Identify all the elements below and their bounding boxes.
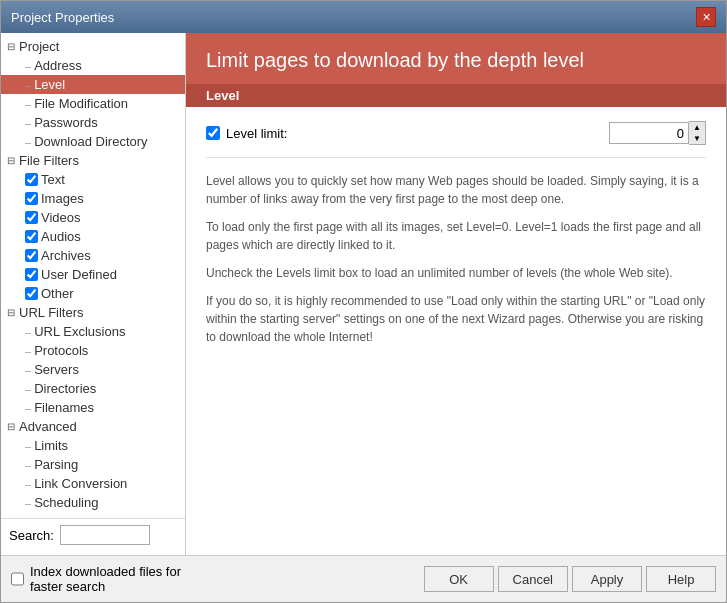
footer-lower: Index downloaded files for faster search… <box>11 564 716 594</box>
title-bar: Project Properties ✕ <box>1 1 726 33</box>
item-label-protocols: Protocols <box>34 343 88 358</box>
sidebar: ⊟Project–Address–Level–File Modification… <box>1 33 186 555</box>
spin-up-button[interactable]: ▲ <box>689 122 705 133</box>
expand-icon-advanced: ⊟ <box>7 421 15 432</box>
sidebar-item-other[interactable]: Other <box>1 284 185 303</box>
level-input-wrap: ▲ ▼ <box>609 121 706 145</box>
item-label-link-conversion: Link Conversion <box>34 476 127 491</box>
sidebar-item-protocols[interactable]: –Protocols <box>1 341 185 360</box>
checkbox-audios[interactable] <box>25 230 38 243</box>
sidebar-item-advanced[interactable]: ⊟Advanced <box>1 417 185 436</box>
group-label-advanced: Advanced <box>19 419 77 434</box>
spin-down-button[interactable]: ▼ <box>689 133 705 144</box>
search-label: Search: <box>9 528 54 543</box>
sidebar-item-filenames[interactable]: –Filenames <box>1 398 185 417</box>
sidebar-item-audios[interactable]: Audios <box>1 227 185 246</box>
sidebar-item-address[interactable]: –Address <box>1 56 185 75</box>
apply-button[interactable]: Apply <box>572 566 642 592</box>
sidebar-item-servers[interactable]: –Servers <box>1 360 185 379</box>
sidebar-item-file-modification[interactable]: –File Modification <box>1 94 185 113</box>
search-input[interactable] <box>60 525 150 545</box>
dash-icon-scheduling: – <box>25 497 31 509</box>
description-1: Level allows you to quickly set how many… <box>206 172 706 208</box>
sidebar-item-text[interactable]: Text <box>1 170 185 189</box>
dash-icon-directories: – <box>25 383 31 395</box>
group-label-url-filters: URL Filters <box>19 305 84 320</box>
dash-icon-link-conversion: – <box>25 478 31 490</box>
sidebar-item-url-filters[interactable]: ⊟URL Filters <box>1 303 185 322</box>
item-label-images: Images <box>41 191 84 206</box>
item-label-directories: Directories <box>34 381 96 396</box>
item-label-other: Other <box>41 286 74 301</box>
item-label-servers: Servers <box>34 362 79 377</box>
sidebar-item-file-filters[interactable]: ⊟File Filters <box>1 151 185 170</box>
footer-bar: Index downloaded files for faster search… <box>1 555 726 602</box>
content-title: Limit pages to download by the depth lev… <box>206 49 706 72</box>
sidebar-item-videos[interactable]: Videos <box>1 208 185 227</box>
item-label-url-exclusions: URL Exclusions <box>34 324 125 339</box>
description-4: If you do so, it is highly recommended t… <box>206 292 706 346</box>
spin-buttons: ▲ ▼ <box>689 121 706 145</box>
index-checkbox-row: Index downloaded files for faster search <box>11 564 195 594</box>
ok-button[interactable]: OK <box>424 566 494 592</box>
checkbox-user-defined[interactable] <box>25 268 38 281</box>
dash-icon-file-modification: – <box>25 98 31 110</box>
sidebar-item-scheduling[interactable]: –Scheduling <box>1 493 185 512</box>
help-button[interactable]: Help <box>646 566 716 592</box>
dialog-body: ⊟Project–Address–Level–File Modification… <box>1 33 726 555</box>
sidebar-item-project[interactable]: ⊟Project <box>1 37 185 56</box>
dash-icon-passwords: – <box>25 117 31 129</box>
search-row: Search: <box>1 518 185 551</box>
expand-icon-file-filters: ⊟ <box>7 155 15 166</box>
close-button[interactable]: ✕ <box>696 7 716 27</box>
dialog-title: Project Properties <box>11 10 114 25</box>
sidebar-item-link-conversion[interactable]: –Link Conversion <box>1 474 185 493</box>
dash-icon-protocols: – <box>25 345 31 357</box>
sidebar-item-user-defined[interactable]: User Defined <box>1 265 185 284</box>
checkbox-images[interactable] <box>25 192 38 205</box>
item-label-file-modification: File Modification <box>34 96 128 111</box>
dash-icon-servers: – <box>25 364 31 376</box>
group-label-file-filters: File Filters <box>19 153 79 168</box>
item-label-filenames: Filenames <box>34 400 94 415</box>
item-label-user-defined: User Defined <box>41 267 117 282</box>
item-label-videos: Videos <box>41 210 81 225</box>
dash-icon-level: – <box>25 79 31 91</box>
dash-icon-parsing: – <box>25 459 31 471</box>
content-subheader: Level <box>186 84 726 107</box>
index-checkbox[interactable] <box>11 572 24 586</box>
sidebar-item-archives[interactable]: Archives <box>1 246 185 265</box>
item-label-passwords: Passwords <box>34 115 98 130</box>
sidebar-item-download-directory[interactable]: –Download Directory <box>1 132 185 151</box>
sidebar-item-parsing[interactable]: –Parsing <box>1 455 185 474</box>
level-limit-row: Level limit: ▲ ▼ <box>206 121 706 158</box>
description-2: To load only the first page with all its… <box>206 218 706 254</box>
sidebar-item-passwords[interactable]: –Passwords <box>1 113 185 132</box>
level-limit-checkbox[interactable] <box>206 126 220 140</box>
checkbox-archives[interactable] <box>25 249 38 262</box>
dash-icon-download-directory: – <box>25 136 31 148</box>
footer-buttons: OK Cancel Apply Help <box>195 566 716 592</box>
item-label-limits: Limits <box>34 438 68 453</box>
item-label-address: Address <box>34 58 82 73</box>
item-label-text: Text <box>41 172 65 187</box>
sidebar-item-images[interactable]: Images <box>1 189 185 208</box>
checkbox-videos[interactable] <box>25 211 38 224</box>
sidebar-item-limits[interactable]: –Limits <box>1 436 185 455</box>
dash-icon-url-exclusions: – <box>25 326 31 338</box>
level-input[interactable] <box>609 122 689 144</box>
checkbox-text[interactable] <box>25 173 38 186</box>
sidebar-item-url-exclusions[interactable]: –URL Exclusions <box>1 322 185 341</box>
group-label-project: Project <box>19 39 59 54</box>
item-label-level: Level <box>34 77 65 92</box>
item-label-scheduling: Scheduling <box>34 495 98 510</box>
sidebar-item-level[interactable]: –Level <box>1 75 185 94</box>
content-body: Level limit: ▲ ▼ Level allows you to qui… <box>186 107 726 555</box>
item-label-parsing: Parsing <box>34 457 78 472</box>
expand-icon-project: ⊟ <box>7 41 15 52</box>
checkbox-other[interactable] <box>25 287 38 300</box>
level-limit-label: Level limit: <box>206 126 601 141</box>
sidebar-item-directories[interactable]: –Directories <box>1 379 185 398</box>
cancel-button[interactable]: Cancel <box>498 566 568 592</box>
main-content: Limit pages to download by the depth lev… <box>186 33 726 555</box>
